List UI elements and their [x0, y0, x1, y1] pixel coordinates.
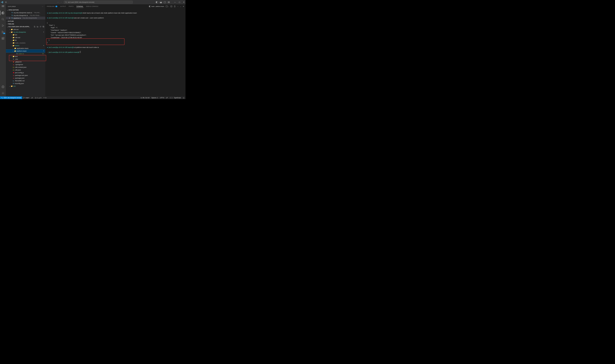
workspace-header[interactable]: ⌄ EC2-USER [SSH: EKS-BLUEPRI...	[6, 25, 45, 28]
language-mode[interactable]: { } TypeScript	[169, 97, 182, 99]
new-file-icon[interactable]	[34, 26, 35, 27]
chevron-icon: ⌄	[9, 85, 10, 87]
branch-name: main*	[26, 97, 29, 99]
tree-item[interactable]: ⚙.env	[6, 58, 45, 60]
chevron-icon: ›	[9, 29, 10, 30]
panel-area: PROBLEMS 1 OUTPUT PORTS TERMINAL DEBUG C…	[45, 4, 185, 96]
search-icon[interactable]	[1, 18, 5, 21]
tab-output[interactable]: OUTPUT	[60, 5, 66, 8]
layout-panel-icon[interactable]	[160, 1, 162, 3]
more-icon[interactable]: ···	[42, 6, 43, 7]
tree-item[interactable]: ▧.npmignore	[6, 63, 45, 66]
tab-problems[interactable]: PROBLEMS 1	[47, 5, 57, 8]
eol[interactable]: LF	[165, 97, 169, 99]
tree-item[interactable]: ⌄📂teams•	[6, 44, 45, 47]
command: cd platform-team && touch index.ts	[74, 46, 99, 49]
tree-item[interactable]: ⌄📂platform-team•	[6, 50, 45, 52]
chevron-icon: ⌄	[12, 50, 14, 52]
vscode-logo-icon	[1, 1, 3, 3]
more-icon[interactable]: ···	[177, 6, 178, 7]
source-control-icon[interactable]: 15	[1, 30, 5, 34]
tree-item[interactable]: ›📁bin	[6, 33, 45, 36]
maximize-icon[interactable]: ▢	[179, 1, 180, 3]
menu-icon[interactable]	[5, 1, 7, 3]
layout-sidebar-right-icon[interactable]	[164, 1, 166, 3]
tree-item[interactable]: ›📁test	[6, 55, 45, 58]
file-icon: 📂	[11, 85, 13, 87]
command-center[interactable]: ec2-user [SSH: eks-blueprint-remote]	[64, 1, 133, 4]
explorer-icon[interactable]	[1, 11, 5, 15]
indentation[interactable]: Spaces: 2	[150, 97, 159, 99]
open-editor-item[interactable]: ✕TSpipeline.ts~/my-eks-blueprints/lib	[6, 17, 45, 19]
tree-item[interactable]: ⬢jest.config.js	[6, 71, 45, 74]
tree-item[interactable]: {}cdk.context.json	[6, 66, 45, 68]
tree-item[interactable]: ›📁node_modules	[6, 41, 45, 44]
tab-terminal[interactable]: TERMINAL	[76, 5, 84, 8]
tab-ports[interactable]: PORTS	[69, 5, 73, 8]
close-panel-icon[interactable]: ✕	[183, 6, 184, 7]
menu-icon[interactable]	[2, 5, 4, 7]
tree-item[interactable]: ⌄📂my-eks-blueprints•	[6, 31, 45, 33]
layout-sidebar-left-icon[interactable]	[156, 1, 158, 3]
sync-icon[interactable]	[30, 97, 34, 99]
collapse-all-icon[interactable]	[42, 26, 44, 27]
cursor-position[interactable]: Ln 36, Col 18	[140, 97, 150, 99]
run-debug-icon[interactable]	[1, 24, 5, 27]
new-folder-icon[interactable]	[37, 26, 38, 27]
chevron-down-icon[interactable]: ⌄	[180, 6, 181, 7]
tree-item[interactable]: TStsconfig.json	[6, 82, 45, 85]
split-terminal-icon[interactable]	[170, 6, 172, 7]
terminal-shell-selector[interactable]: bash - platform-team	[149, 6, 164, 7]
svg-point-14	[2, 31, 3, 32]
tab-debug-console[interactable]: DEBUG CONSOLE	[86, 5, 98, 8]
remote-indicator[interactable]: SSH: eks-blueprint-remote	[0, 96, 22, 99]
problems-badge: 1	[55, 6, 57, 7]
extensions-icon[interactable]	[1, 37, 5, 40]
status-bar: SSH: eks-blueprint-remote main* 1 0 0 Ln…	[0, 96, 185, 99]
terminal-content[interactable]: ●[ec2-user@ip-10-0-14-195 my-eks-bluepri…	[45, 9, 185, 96]
nav-forward-icon[interactable]: →	[60, 1, 62, 3]
accounts-icon[interactable]	[1, 85, 5, 89]
tree-item[interactable]: ◆.gitignore	[6, 60, 45, 63]
file-icon: 📁	[11, 28, 13, 30]
close-icon[interactable]: ✕	[9, 17, 11, 19]
tree-item[interactable]: ›📁cdk.out	[6, 28, 45, 31]
chevron-icon: ›	[10, 34, 12, 36]
encoding[interactable]: UTF-8	[159, 97, 165, 99]
problems-status[interactable]: 1 0	[34, 97, 42, 99]
open-editor-item[interactable]: TSmy-eks-blueprints-stack.ts~/my-eks...	[6, 11, 45, 14]
open-editor-item[interactable]: TSmy-eks-blueprints.ts~/my-eks-bluep...	[6, 14, 45, 17]
notifications-icon[interactable]	[182, 97, 185, 99]
customize-layout-icon[interactable]	[168, 1, 170, 3]
tree-item[interactable]: ›📁cdk.out	[6, 36, 45, 39]
settings-gear-icon[interactable]	[1, 91, 5, 95]
new-terminal-icon[interactable]: ⌄	[166, 6, 169, 7]
git-branch[interactable]: main*	[22, 97, 30, 99]
open-editors-header[interactable]: ⌄ OPEN EDITORS	[6, 9, 45, 11]
outline-header[interactable]: › OUTLINE	[6, 20, 45, 23]
nav-back-icon[interactable]: ←	[57, 1, 59, 3]
tree-item[interactable]: M↓README.md	[6, 79, 45, 82]
tree-item[interactable]: ›📁application-team	[6, 47, 45, 50]
prompt: [ec2-user@ip-10-0-14-195 teams]$	[49, 46, 74, 49]
refresh-icon[interactable]	[40, 26, 41, 27]
tab-label: PROBLEMS	[47, 6, 55, 7]
ports-status[interactable]: 0	[42, 97, 47, 99]
svg-rect-6	[164, 1, 166, 3]
tree-item[interactable]: ▧package-lock.json	[6, 74, 45, 77]
close-icon[interactable]: ✕	[183, 1, 184, 3]
timeline-header[interactable]: › TIMELINE	[6, 23, 45, 25]
tree-item[interactable]: TSindex.tsU	[6, 52, 45, 55]
modified-dot-icon: •	[43, 50, 44, 52]
tab-label: PORTS	[69, 6, 73, 7]
svg-rect-19	[3, 39, 4, 39]
tree-item[interactable]: ›📁lib	[6, 39, 45, 41]
chevron-icon: ›	[12, 48, 14, 49]
file-icon: 📁	[13, 39, 14, 41]
tree-item[interactable]: ⌄📂zzz	[6, 85, 45, 87]
tree-item[interactable]: ▧package.json	[6, 77, 45, 79]
modified-dot-icon: •	[43, 31, 44, 33]
tree-item[interactable]: {}cdk.json	[6, 68, 45, 71]
minimize-icon[interactable]: —	[174, 1, 176, 3]
kill-terminal-icon[interactable]	[174, 6, 176, 7]
